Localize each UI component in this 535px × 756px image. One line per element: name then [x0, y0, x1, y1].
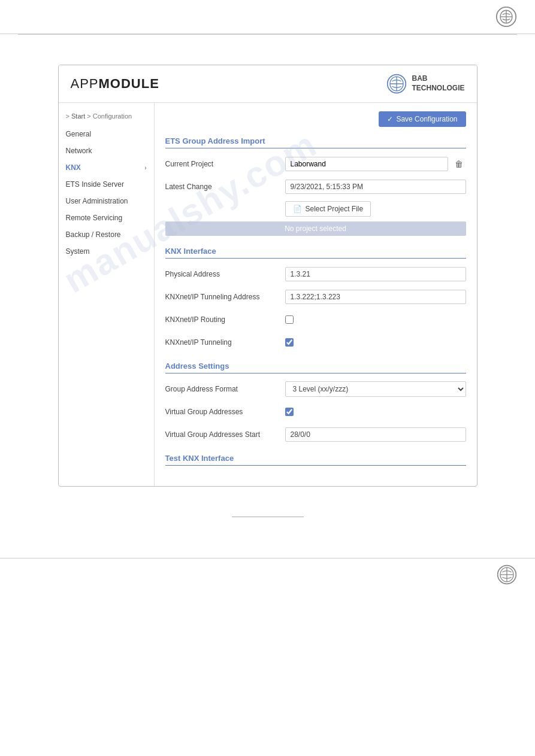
breadcrumb-current: Configuration [93, 113, 132, 120]
brand-area: BAB TECHNOLOGIE [386, 74, 464, 94]
app-box: APPMODULE BAB TECHNOLOGIE [58, 65, 477, 487]
tunneling-address-label: KNXnet/IP Tunneling Address [165, 293, 285, 301]
current-project-input[interactable] [285, 157, 448, 171]
current-project-row: Current Project 🗑 [165, 156, 466, 172]
top-bar [0, 0, 535, 34]
virtual-start-label: Virtual Group Addresses Start [165, 430, 285, 439]
current-project-label: Current Project [165, 160, 285, 168]
virtual-start-input[interactable] [285, 427, 466, 442]
group-format-select[interactable]: 3 Level (xx/y/zzz) 2 Level (xx/yyy) 1 Le… [285, 381, 466, 397]
sidebar-item-system[interactable]: System [59, 243, 154, 260]
routing-row: KNXnet/IP Routing [165, 311, 466, 328]
sidebar-item-ets-inside[interactable]: ETS Inside Server [59, 176, 154, 193]
address-settings-section: Address Settings Group Address Format 3 … [165, 362, 466, 443]
routing-checkbox[interactable] [285, 315, 294, 324]
sidebar-item-user-admin[interactable]: User Administration [59, 193, 154, 210]
footer-logo-icon [497, 564, 517, 585]
ets-import-title: ETS Group Address Import [165, 136, 466, 148]
tunneling-checkbox[interactable] [285, 338, 294, 347]
app-title-bold: MODULE [99, 76, 159, 91]
knx-interface-section: KNX Interface Physical Address KNXnet/IP… [165, 247, 466, 351]
breadcrumb-start[interactable]: Start [71, 113, 85, 120]
sidebar-item-backup-restore[interactable]: Backup / Restore [59, 226, 154, 243]
ets-import-section: ETS Group Address Import Current Project… [165, 136, 466, 236]
checkmark-icon: ✓ [387, 115, 393, 123]
latest-change-label: Latest Change [165, 183, 285, 191]
sidebar-item-general[interactable]: General [59, 126, 154, 142]
brand-logo-icon [386, 74, 407, 94]
tunneling-address-input[interactable] [285, 290, 466, 304]
tunneling-address-row: KNXnet/IP Tunneling Address [165, 289, 466, 305]
tunneling-row: KNXnet/IP Tunneling [165, 334, 466, 351]
save-btn-area: ✓ Save Configuration [165, 111, 466, 127]
tunneling-label: KNXnet/IP Tunneling [165, 338, 285, 347]
knx-interface-title: KNX Interface [165, 247, 466, 259]
physical-address-input[interactable] [285, 267, 466, 281]
main-content: APPMODULE BAB TECHNOLOGIE [0, 35, 535, 558]
chevron-right-icon: › [144, 165, 146, 171]
no-project-bar: No project selected [165, 221, 466, 236]
app-title: APPMODULE [71, 76, 159, 92]
group-format-label: Group Address Format [165, 385, 285, 393]
latest-change-input[interactable] [285, 180, 466, 194]
app-title-light: APP [71, 76, 99, 91]
file-icon: 📄 [293, 205, 302, 213]
sidebar-item-remote-servicing[interactable]: Remote Servicing [59, 210, 154, 226]
virtual-group-checkbox[interactable] [285, 408, 294, 416]
top-logo-icon [495, 6, 517, 28]
app-header: APPMODULE BAB TECHNOLOGIE [59, 65, 477, 103]
virtual-start-row: Virtual Group Addresses Start [165, 426, 466, 443]
save-configuration-button[interactable]: ✓ Save Configuration [379, 111, 466, 127]
sidebar: > Start > Configuration General Network … [59, 103, 155, 486]
address-settings-title: Address Settings [165, 362, 466, 374]
main-panel: ✓ Save Configuration ETS Group Address I… [155, 103, 477, 486]
bottom-area [18, 505, 517, 534]
app-body: > Start > Configuration General Network … [59, 103, 477, 486]
sidebar-item-knx[interactable]: KNX › [59, 159, 154, 176]
brand-text: BAB TECHNOLOGIE [412, 74, 464, 93]
bottom-divider [232, 517, 304, 517]
sidebar-item-network[interactable]: Network [59, 142, 154, 159]
project-row: 🗑 [285, 157, 466, 171]
select-project-file-button[interactable]: 📄 Select Project File [285, 201, 371, 217]
virtual-group-row: Virtual Group Addresses [165, 403, 466, 420]
group-format-row: Group Address Format 3 Level (xx/y/zzz) … [165, 381, 466, 397]
physical-address-label: Physical Address [165, 270, 285, 278]
routing-label: KNXnet/IP Routing [165, 315, 285, 324]
virtual-group-label: Virtual Group Addresses [165, 408, 285, 416]
latest-change-row: Latest Change [165, 178, 466, 195]
breadcrumb: > Start > Configuration [59, 109, 154, 126]
delete-project-button[interactable]: 🗑 [452, 158, 466, 170]
test-knx-title: Test KNX Interface [165, 454, 466, 466]
physical-address-row: Physical Address [165, 266, 466, 283]
footer-bar [0, 558, 535, 591]
test-knx-section: Test KNX Interface [165, 454, 466, 466]
